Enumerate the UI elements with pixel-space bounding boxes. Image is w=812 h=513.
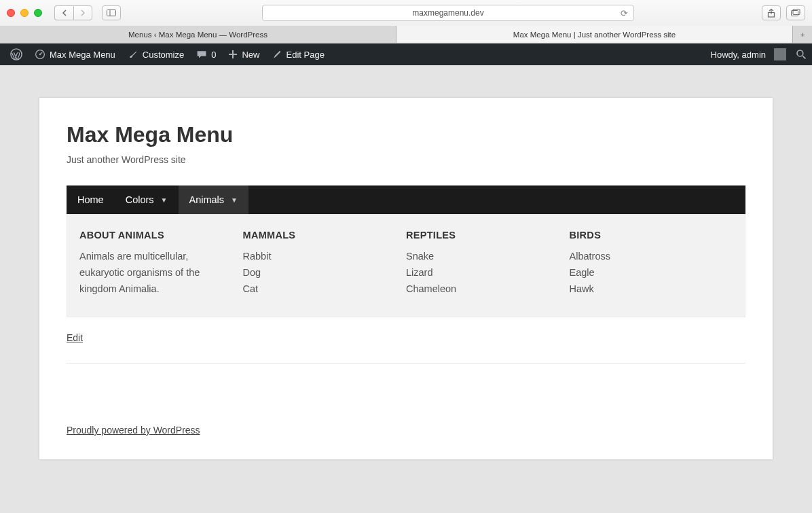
mega-col-mammals: MAMMALS Rabbit Dog Cat: [243, 230, 407, 298]
back-button[interactable]: [54, 5, 73, 20]
mega-link[interactable]: Eagle: [570, 265, 720, 281]
menu-label: Animals: [189, 194, 225, 205]
new-link[interactable]: New: [222, 43, 265, 65]
edit-page-text: Edit Page: [287, 50, 325, 60]
mega-link[interactable]: Lizard: [406, 265, 556, 281]
minimize-window-button[interactable]: [20, 9, 29, 17]
menu-item-animals[interactable]: Animals ▼: [179, 185, 248, 214]
edit-page-link[interactable]: Edit Page: [266, 43, 331, 65]
comment-icon: [196, 49, 207, 60]
menu-label: Home: [77, 194, 104, 205]
window-controls: [7, 9, 42, 17]
tab-title: Max Mega Menu | Just another WordPress s…: [513, 31, 676, 39]
browser-toolbar: maxmegamenu.dev ⟳: [0, 0, 812, 26]
menu-label: Colors: [126, 194, 154, 205]
footer-credit-link[interactable]: Proudly powered by WordPress: [67, 425, 200, 436]
mega-link[interactable]: Chameleon: [406, 281, 556, 298]
address-bar[interactable]: maxmegamenu.dev ⟳: [262, 5, 634, 21]
divider: [67, 363, 745, 364]
wp-admin-bar: Max Mega Menu Customize 0 New Edit Page: [0, 43, 812, 65]
close-window-button[interactable]: [7, 9, 15, 17]
mega-col-birds: BIRDS Albatross Eagle Hawk: [570, 230, 733, 298]
tab-title: Menus ‹ Max Mega Menu — WordPress: [128, 31, 267, 39]
mega-heading: BIRDS: [570, 230, 720, 241]
url-text: maxmegamenu.dev: [412, 8, 483, 18]
site-name-link[interactable]: Max Mega Menu: [29, 43, 122, 65]
chevron-down-icon: ▼: [231, 196, 238, 204]
wp-logo[interactable]: [4, 43, 29, 65]
forward-button[interactable]: [73, 5, 92, 20]
mega-link[interactable]: Rabbit: [243, 249, 393, 265]
avatar: [774, 48, 786, 60]
toolbar-right: [762, 5, 805, 20]
mega-col-reptiles: REPTILES Snake Lizard Chameleon: [406, 230, 570, 298]
browser-tab[interactable]: Menus ‹ Max Mega Menu — WordPress: [0, 26, 396, 43]
mega-heading: REPTILES: [406, 230, 556, 241]
dashboard-icon: [35, 49, 45, 60]
page-card: Max Mega Menu Just another WordPress sit…: [39, 98, 773, 459]
menu-item-colors[interactable]: Colors ▼: [115, 185, 179, 214]
mega-link[interactable]: Dog: [243, 265, 393, 281]
tabs-button[interactable]: [786, 5, 805, 20]
mega-heading: ABOUT ANIMALS: [79, 230, 229, 241]
maximize-window-button[interactable]: [34, 9, 42, 17]
comments-link[interactable]: 0: [190, 43, 222, 65]
chevron-down-icon: ▼: [161, 196, 168, 204]
account-link[interactable]: Howdy, admin: [705, 43, 788, 65]
svg-point-8: [797, 50, 803, 56]
svg-rect-4: [793, 10, 800, 15]
page-viewport: Max Mega Menu Just another WordPress sit…: [0, 65, 812, 459]
browser-chrome: maxmegamenu.dev ⟳ Menus ‹ Max Mega Menu …: [0, 0, 812, 43]
sidebar-toggle-button[interactable]: [102, 5, 121, 20]
mega-link[interactable]: Snake: [406, 249, 556, 265]
brush-icon: [128, 49, 139, 60]
browser-tabs: Menus ‹ Max Mega Menu — WordPress Max Me…: [0, 26, 812, 43]
nav-buttons: [54, 5, 92, 20]
comments-count: 0: [211, 50, 216, 60]
svg-rect-3: [792, 11, 798, 16]
mega-link[interactable]: Hawk: [570, 281, 720, 298]
edit-link[interactable]: Edit: [67, 332, 83, 343]
site-name-text: Max Mega Menu: [50, 50, 115, 60]
plus-icon: [228, 50, 238, 59]
share-button[interactable]: [762, 5, 781, 20]
mega-col-about: ABOUT ANIMALS Animals are multicellular,…: [79, 230, 243, 298]
mega-link[interactable]: Cat: [243, 281, 393, 298]
svg-point-7: [39, 54, 41, 55]
mega-menu-panel: ABOUT ANIMALS Animals are multicellular,…: [67, 214, 745, 317]
mega-about-text: Animals are multicellular, eukaryotic or…: [79, 249, 229, 298]
reload-icon[interactable]: ⟳: [621, 8, 628, 18]
menu-item-home[interactable]: Home: [67, 185, 115, 214]
svg-line-9: [802, 56, 805, 58]
mega-link[interactable]: Albatross: [570, 249, 720, 265]
customize-text: Customize: [143, 50, 184, 60]
browser-tab[interactable]: Max Mega Menu | Just another WordPress s…: [396, 26, 793, 43]
search-icon[interactable]: [796, 49, 807, 60]
howdy-text: Howdy, admin: [711, 50, 766, 60]
site-tagline: Just another WordPress site: [67, 154, 745, 165]
mega-heading: MAMMALS: [243, 230, 393, 241]
site-title[interactable]: Max Mega Menu: [67, 122, 745, 147]
svg-rect-0: [107, 10, 116, 16]
main-menu: Home Colors ▼ Animals ▼: [67, 185, 745, 214]
new-tab-button[interactable]: +: [793, 26, 812, 43]
pencil-icon: [272, 50, 282, 60]
customize-link[interactable]: Customize: [122, 43, 190, 65]
new-text: New: [242, 50, 259, 60]
wordpress-icon: [10, 48, 22, 60]
